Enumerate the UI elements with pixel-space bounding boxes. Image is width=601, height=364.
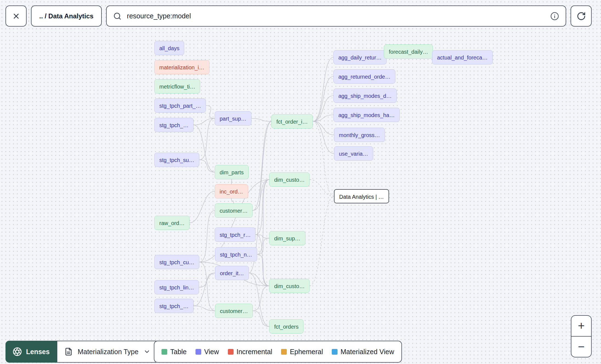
legend-item-label: Ephemeral — [290, 348, 323, 356]
lenses-pill: Lenses Materialization Type — [5, 341, 159, 363]
edge-fct_order_i-to-agg_daily_retur — [313, 57, 333, 121]
legend-item: Incremental — [228, 348, 273, 356]
graph-node-dim_custo_a[interactable]: dim_custo… — [269, 172, 310, 187]
edge-stg_tpch_b-to-customer_b — [194, 306, 215, 311]
graph-node-stg_tpch_su[interactable]: stg_tpch_su… — [154, 153, 199, 167]
graph-node-customer_b[interactable]: customer… — [215, 304, 253, 318]
graph-node-stg_tpch_a[interactable]: stg_tpch_… — [154, 118, 194, 132]
chevron-down-icon — [143, 348, 151, 355]
legend-swatch — [332, 349, 338, 355]
edge-stg_tpch_cu-to-customer_b — [199, 262, 215, 311]
graph-node-raw_ord[interactable]: raw_ord… — [154, 216, 189, 230]
legend-swatch — [281, 349, 287, 355]
graph-node-forecast_daily[interactable]: forecast_daily… — [384, 44, 433, 59]
refresh-icon — [577, 12, 586, 21]
graph-node-stg_tpch_lin[interactable]: stg_tpch_lin… — [154, 280, 199, 294]
close-button[interactable] — [5, 5, 27, 27]
legend-item: View — [195, 348, 219, 356]
lenses-button-label: Lenses — [26, 348, 50, 356]
legend-swatch — [195, 349, 201, 355]
graph-node-fct_order_i[interactable]: fct_order_i… — [271, 114, 313, 129]
zoom-in-button[interactable]: + — [571, 316, 591, 336]
edge-part_sup-to-fct_order_i — [251, 118, 271, 121]
graph-node-fct_orders[interactable]: fct_orders — [269, 319, 304, 334]
edge-stg_tpch_cu-to-customer_a — [199, 211, 215, 262]
edge-raw_ord-to-inc_ord — [189, 191, 215, 223]
materialization-legend: TableViewIncrementalEphemeralMaterialize… — [154, 341, 402, 363]
edge-fct_order_i-to-exposure — [313, 121, 334, 196]
edge-customer_a-to-fct_order_i — [253, 121, 271, 211]
graph-node-agg_ship_modes_ha[interactable]: agg_ship_modes_ha… — [333, 108, 400, 122]
top-toolbar: .. / Data Analytics — [5, 5, 592, 27]
legend-item-label: Materialized View — [341, 348, 394, 356]
graph-node-stg_tpch_r[interactable]: stg_tpch_r… — [215, 228, 256, 242]
graph-node-part_sup[interactable]: part_sup… — [215, 111, 251, 126]
graph-node-stg_tpch_b[interactable]: stg_tpch_… — [154, 299, 194, 313]
edge-stg_tpch_n-to-dim_custo_b — [257, 254, 269, 286]
graph-node-stg_tpch_cu[interactable]: stg_tpch_cu… — [154, 255, 199, 269]
graph-node-materialization_i[interactable]: materialization_i… — [154, 60, 209, 74]
graph-node-monthly_gross[interactable]: monthly_gross… — [334, 128, 385, 142]
info-icon[interactable] — [550, 12, 559, 21]
graph-node-use_varia[interactable]: use_varia… — [334, 146, 373, 161]
graph-node-agg_ship_modes_d[interactable]: agg_ship_modes_d… — [333, 89, 397, 103]
legend-item: Materialized View — [332, 348, 394, 356]
zoom-controls: + − — [571, 315, 592, 357]
edge-fct_order_i-to-use_varia — [313, 121, 334, 153]
graph-node-exposure[interactable]: Data Analytics | … — [334, 189, 389, 203]
graph-node-dim_parts[interactable]: dim_parts — [215, 165, 249, 179]
legend-item-label: View — [204, 348, 219, 356]
legend-item-label: Table — [170, 348, 187, 356]
close-icon — [12, 12, 20, 20]
search-input[interactable] — [126, 12, 545, 20]
zoom-out-button[interactable]: − — [571, 336, 591, 357]
graph-node-customer_a[interactable]: customer… — [215, 203, 253, 218]
document-icon — [64, 348, 73, 356]
graph-node-stg_tpch_n[interactable]: stg_tpch_n… — [215, 247, 257, 261]
search-bar — [106, 5, 566, 27]
breadcrumb[interactable]: .. / Data Analytics — [31, 5, 102, 27]
legend-item: Table — [161, 348, 187, 356]
lineage-app: { "topbar": { "breadcrumb": ".. / Data A… — [0, 0, 601, 364]
search-icon — [113, 12, 121, 20]
edge-dim_parts-to-inc_ord — [231, 179, 232, 184]
aperture-icon — [13, 347, 22, 356]
edge-order_it-to-fct_orders — [249, 273, 269, 326]
edge-stg_tpch_part-to-part_sup — [206, 106, 215, 118]
graph-node-agg_daily_retur[interactable]: agg_daily_retur… — [333, 50, 387, 64]
lens-selector[interactable]: Materialization Type — [57, 341, 159, 363]
graph-node-inc_ord[interactable]: inc_ord… — [215, 184, 248, 198]
legend-swatch — [228, 349, 234, 355]
refresh-button[interactable] — [571, 5, 592, 27]
edge-stg_tpch_n-to-dim_sup — [257, 238, 269, 254]
lens-selector-value: Materialization Type — [78, 348, 138, 356]
graph-node-dim_sup[interactable]: dim_sup… — [269, 231, 305, 245]
edge-customer_b-to-dim_custo_b — [253, 286, 269, 311]
legend-item-label: Incremental — [237, 348, 273, 356]
edge-stg_tpch_r-to-dim_custo_a — [256, 180, 269, 235]
edge-customer_b-to-fct_orders — [253, 311, 269, 326]
edge-fct_order_i-to-agg_returned_orde — [313, 76, 333, 121]
edge-dim_custo_b-to-exposure — [310, 196, 334, 286]
graph-node-order_it[interactable]: order_it… — [215, 266, 249, 280]
edge-stg_tpch_su-to-part_sup — [199, 118, 215, 160]
graph-node-actual_and_foreca[interactable]: actual_and_foreca… — [432, 50, 493, 64]
graph-node-dim_custo_b[interactable]: dim_custo… — [269, 279, 310, 293]
graph-node-stg_tpch_part[interactable]: stg_tpch_part_… — [154, 98, 206, 113]
legend-item: Ephemeral — [281, 348, 323, 356]
lenses-button[interactable]: Lenses — [5, 341, 57, 363]
edge-order_it-to-dim_custo_b — [249, 273, 269, 286]
graph-node-agg_returned_orde[interactable]: agg_returned_orde… — [333, 69, 395, 84]
graph-node-metricflow_ti[interactable]: metricflow_ti… — [154, 79, 200, 93]
graph-node-all_days[interactable]: all_days — [154, 41, 184, 55]
legend-swatch — [161, 349, 167, 355]
edge-inc_ord-to-customer_a — [231, 198, 234, 203]
